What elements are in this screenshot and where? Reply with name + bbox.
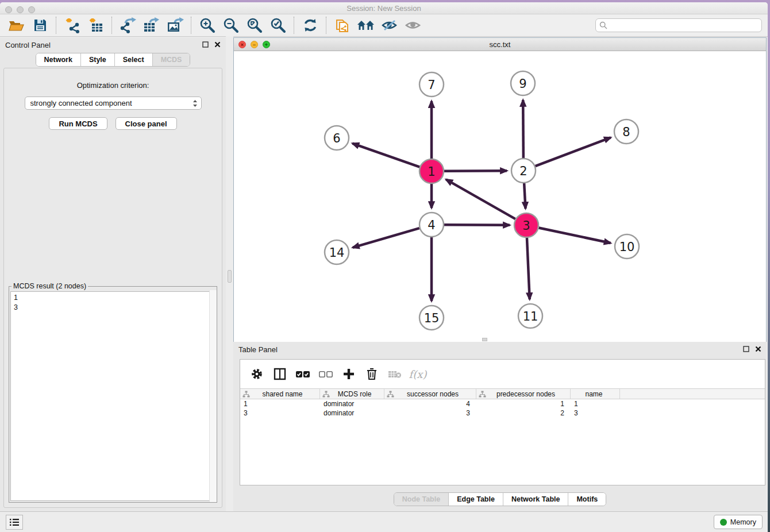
network-canvas[interactable]: 7968124314101511 (234, 51, 766, 342)
column-header-name[interactable]: name (571, 389, 620, 399)
clone-network-button[interactable] (330, 16, 354, 34)
show-all-button[interactable] (401, 16, 425, 34)
memory-button[interactable]: Memory (714, 515, 763, 529)
graph-edge-4-14[interactable] (353, 228, 419, 248)
graph-edge-2-8[interactable] (536, 137, 611, 166)
column-header-shared-name[interactable]: shared name (240, 389, 320, 399)
table-panel-header: Table Panel (233, 342, 767, 357)
cell-mcds-role[interactable]: dominator (320, 408, 384, 418)
cell-shared-name[interactable]: 3 (240, 408, 320, 418)
zoom-out-button[interactable] (219, 16, 242, 34)
delete-column-button[interactable] (364, 367, 379, 381)
canvas-scrollbar-thumb[interactable] (482, 338, 487, 341)
vertical-splitter[interactable] (226, 36, 233, 511)
graph-edge-1-6[interactable] (352, 144, 419, 167)
run-mcds-button[interactable]: Run MCDS (49, 117, 107, 130)
zoom-in-button[interactable] (195, 16, 219, 34)
search-input[interactable] (607, 21, 761, 29)
refresh-button[interactable] (298, 16, 322, 34)
network-window-titlebar: × − + scc.txt (234, 38, 766, 51)
open-session-button[interactable] (5, 16, 28, 34)
close-panel-button-mcds[interactable]: Close panel (116, 117, 177, 130)
cell-predecessor-nodes[interactable]: 1 (476, 399, 571, 408)
graph-edge-4-3[interactable] (444, 225, 510, 225)
function-builder-button[interactable]: f(x) (410, 367, 425, 381)
table-settings-button[interactable] (249, 367, 264, 381)
graph-node-label-7: 7 (428, 78, 435, 92)
tab-node-table[interactable]: Node Table (394, 493, 448, 506)
cell-name[interactable]: 1 (571, 399, 620, 408)
deselect-all-button[interactable] (318, 367, 333, 381)
graph-node-label-3: 3 (522, 219, 530, 233)
splitter-grip[interactable] (228, 270, 232, 283)
zoom-selected-button[interactable] (266, 16, 290, 34)
control-panel-title: Control Panel (5, 41, 51, 49)
eye-slash-icon (381, 18, 398, 32)
criterion-dropdown[interactable]: strongly connected component (25, 97, 202, 110)
tab-mcds[interactable]: MCDS (152, 53, 190, 66)
control-panel: Control Panel Network Style Select (0, 37, 226, 511)
tab-network-table[interactable]: Network Table (503, 493, 568, 506)
save-icon (33, 18, 47, 32)
tab-network[interactable]: Network (36, 53, 80, 66)
graph-edge-2-9[interactable] (523, 100, 523, 158)
cell-name[interactable]: 3 (571, 408, 620, 418)
import-table-button[interactable] (84, 16, 107, 34)
graph-node-label-15: 15 (424, 311, 440, 325)
save-session-button[interactable] (28, 16, 52, 34)
column-label: predecessor nodes (486, 390, 570, 398)
show-columns-button[interactable] (272, 367, 287, 381)
cell-predecessor-nodes[interactable]: 2 (476, 408, 571, 418)
export-table-button[interactable] (140, 16, 163, 34)
graph-node-label-8: 8 (622, 125, 630, 139)
select-all-button[interactable] (295, 367, 310, 381)
result-scrollbar[interactable] (209, 290, 217, 502)
main-toolbar (0, 14, 768, 37)
graph-edge-3-10[interactable] (539, 228, 611, 243)
toolbar-separator (326, 17, 326, 34)
export-image-button[interactable] (163, 16, 187, 34)
column-label: name (573, 390, 619, 398)
mcds-result-text[interactable]: 1 3 (10, 291, 215, 501)
tab-style[interactable]: Style (80, 53, 114, 66)
tab-select[interactable]: Select (114, 53, 152, 66)
zoom-selected-icon (270, 17, 286, 33)
cell-successor-nodes[interactable]: 3 (384, 408, 476, 418)
close-table-panel-button[interactable] (754, 345, 762, 353)
network-graph[interactable]: 7968124314101511 (234, 51, 766, 342)
node-table-container: f(x) shared name (240, 359, 765, 485)
mcds-result-title: MCDS result (2 nodes) (11, 282, 88, 290)
float-panel-button[interactable] (202, 41, 209, 48)
graph-edge-3-1[interactable] (446, 179, 515, 219)
hierarchy-icon (242, 391, 250, 398)
column-header-predecessor-nodes[interactable]: predecessor nodes (476, 389, 571, 399)
tab-motifs[interactable]: Motifs (568, 493, 606, 506)
main-titlebar: Session: New Session (0, 2, 768, 14)
float-table-panel-button[interactable] (742, 345, 750, 353)
create-column-button[interactable] (341, 367, 356, 381)
gear-icon (251, 368, 263, 380)
trash-icon (366, 368, 378, 380)
cell-shared-name[interactable]: 1 (240, 399, 320, 408)
tab-edge-table[interactable]: Edge Table (448, 493, 503, 506)
table-row[interactable]: 1 dominator 4 1 1 (240, 399, 765, 408)
delete-table-button[interactable] (387, 367, 402, 381)
toolbar-separator (191, 17, 191, 34)
cell-successor-nodes[interactable]: 4 (384, 399, 476, 408)
table-row[interactable]: 3 dominator 3 2 3 (240, 408, 765, 418)
import-network-button[interactable] (60, 16, 84, 34)
cell-mcds-role[interactable]: dominator (320, 399, 384, 408)
column-header-successor-nodes[interactable]: successor nodes (384, 389, 476, 399)
column-header-mcds-role[interactable]: MCDS role (320, 389, 384, 399)
graph-edge-2-3[interactable] (524, 183, 525, 209)
task-history-button[interactable] (6, 515, 23, 530)
search-field[interactable] (595, 18, 762, 32)
network-window-title: scc.txt (234, 40, 766, 49)
zoom-fit-button[interactable] (242, 16, 266, 34)
hide-selected-button[interactable] (378, 16, 401, 34)
export-network-button[interactable] (116, 16, 140, 34)
first-neighbors-button[interactable] (354, 16, 378, 34)
graph-edge-3-11[interactable] (527, 238, 530, 299)
graph-edge-1-2[interactable] (444, 171, 507, 171)
close-panel-button[interactable] (214, 41, 221, 48)
